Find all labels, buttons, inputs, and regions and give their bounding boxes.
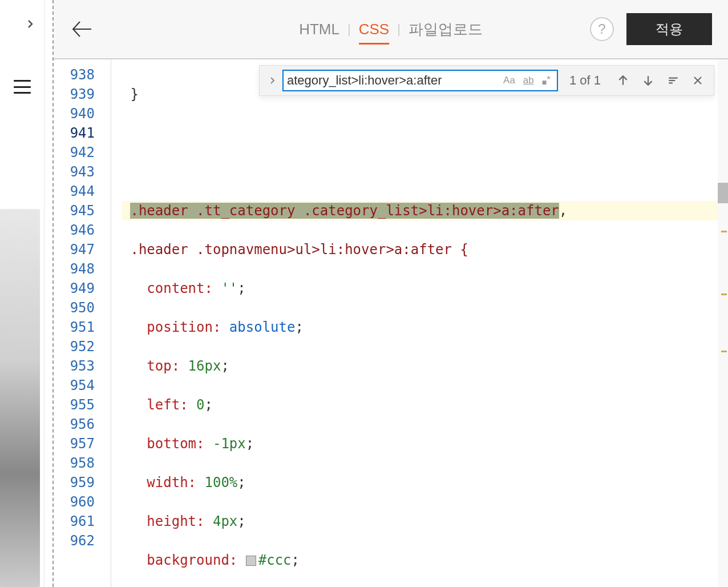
line-number: 939 [54,85,95,104]
line-number: 954 [54,376,95,395]
apply-button[interactable]: 적용 [626,13,712,45]
back-button[interactable] [70,17,94,41]
search-match: .header .tt_category .category_list>li:h… [130,203,559,219]
code-line: background: #ccc; [122,550,728,570]
code-line: left: 0; [122,395,728,415]
line-number: 938 [54,65,95,85]
line-number: 958 [54,453,95,473]
line-number: 941 [54,123,95,143]
preview-thumbnail [0,209,40,587]
find-expand-toggle[interactable] [265,76,279,85]
find-bar: Aa ab ■* 1 of 1 [259,65,714,96]
find-prev-button[interactable] [612,74,634,87]
color-swatch-icon [246,556,256,566]
hamburger-icon[interactable] [14,80,31,94]
code-line: top: 16px; [122,356,728,376]
line-number: 943 [54,162,95,182]
find-whole-word-toggle[interactable]: ab [520,74,537,87]
find-input[interactable] [287,73,498,88]
line-number: 956 [54,415,95,434]
code-line: position: absolute; [122,317,728,337]
tab-css[interactable]: CSS [352,0,396,58]
line-number: 940 [54,104,95,123]
find-next-button[interactable] [637,74,659,87]
code-area[interactable]: } .header .tt_category .category_list>li… [118,59,728,587]
line-number: 949 [54,279,95,298]
code-line: height: 4px; [122,512,728,531]
code-line [122,162,728,182]
line-number: 946 [54,220,95,240]
minimap[interactable] [718,59,728,587]
expand-sidebar-button[interactable] [23,17,37,31]
code-line: bottom: -1px; [122,434,728,453]
find-close-button[interactable] [687,75,708,86]
line-number: 948 [54,259,95,279]
line-number: 945 [54,201,95,220]
code-line: .header .tt_category .category_list>li:h… [122,201,728,220]
code-line: content: ''; [122,279,728,298]
line-number: 951 [54,317,95,337]
line-number: 947 [54,240,95,259]
tab-separator: | [346,22,352,37]
find-filter-icon[interactable] [662,74,684,87]
find-result-count: 1 of 1 [561,73,609,88]
tab-html[interactable]: HTML [292,0,346,58]
line-number: 955 [54,395,95,415]
editor-tabs: HTML | CSS | 파일업로드 [292,0,490,58]
code-line: width: 100%; [122,473,728,492]
tab-separator: | [396,22,402,37]
find-regex-toggle[interactable]: ■* [539,73,553,88]
code-line [122,123,728,143]
main-area: HTML | CSS | 파일업로드 ? 적용 938 939 940 941 … [54,0,728,587]
line-number: 957 [54,434,95,453]
find-input-wrapper: Aa ab ■* [282,70,558,91]
tab-file-upload[interactable]: 파일업로드 [402,0,490,58]
line-number: 962 [54,531,95,550]
find-match-case-toggle[interactable]: Aa [500,74,518,87]
toolbar: HTML | CSS | 파일업로드 ? 적용 [54,0,728,59]
line-number: 942 [54,143,95,162]
line-number: 961 [54,512,95,531]
line-number: 950 [54,298,95,317]
line-number: 953 [54,356,95,376]
fold-guide [111,59,118,587]
line-number: 952 [54,337,95,356]
line-number: 959 [54,473,95,492]
line-number: 944 [54,182,95,201]
left-rail [0,0,45,587]
line-number: 960 [54,492,95,512]
code-editor[interactable]: 938 939 940 941 942 943 944 945 946 947 … [54,59,728,587]
scroll-thumb[interactable] [718,183,728,203]
vertical-ruler [45,0,54,587]
code-line: .header .topnavmenu>ul>li:hover>a:after … [122,240,728,259]
line-gutter: 938 939 940 941 942 943 944 945 946 947 … [54,59,111,587]
help-button[interactable]: ? [590,17,614,41]
